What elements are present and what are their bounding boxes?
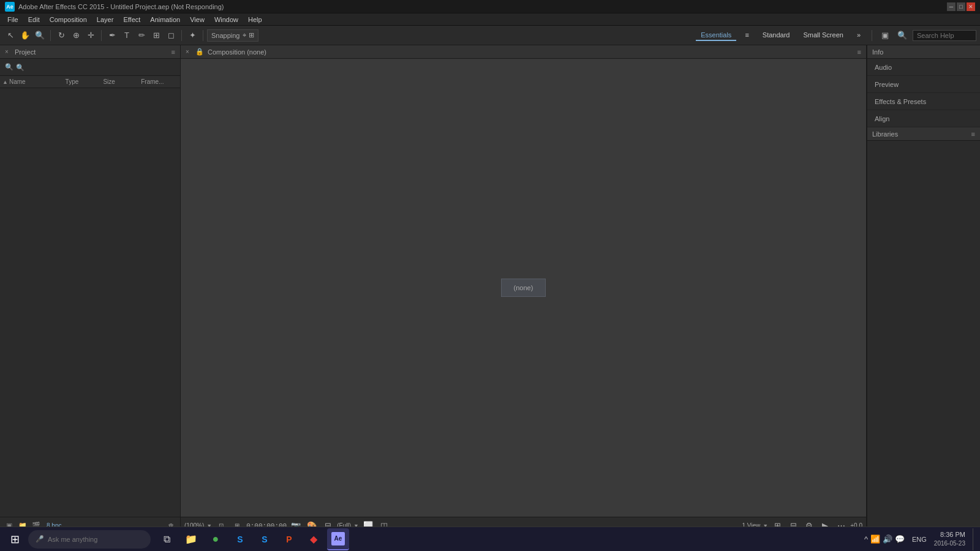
align-panel-item[interactable]: Align (867, 110, 980, 127)
libraries-menu[interactable]: ≡ (971, 130, 975, 138)
workspace-small-screen[interactable]: Small Screen (798, 30, 848, 41)
taskbar-powerpoint[interactable]: P (278, 528, 300, 550)
comp-close-icon[interactable]: × (186, 49, 192, 55)
menu-file[interactable]: File (2, 15, 23, 24)
tool-separator-2 (101, 30, 102, 41)
eraser-tool[interactable]: ◻ (164, 29, 178, 42)
language-indicator[interactable]: ENG (912, 536, 927, 543)
sort-icon: ▲ (2, 79, 8, 85)
pen-tool[interactable]: ✒ (105, 29, 119, 42)
comp-panel-menu[interactable]: ≡ (858, 48, 861, 56)
taskbar-skype2[interactable]: S (254, 528, 276, 550)
start-button[interactable]: ⊞ (4, 528, 26, 550)
app-icon: Ae (5, 2, 15, 12)
puppet-tool[interactable]: ✦ (186, 29, 199, 42)
taskbar-after-effects[interactable]: Ae (327, 528, 349, 550)
taskbar-right: ^ 📶 🔊 💬 ENG 8:36 PM 2016-05-23 (861, 528, 976, 550)
tray-notification-icon[interactable]: 💬 (895, 534, 905, 544)
close-button[interactable]: ✕ (967, 2, 975, 11)
info-panel-header: Info (867, 45, 980, 59)
composition-panel: × 🔒 Composition (none) ≡ (none) (100%) ▼… (181, 45, 867, 534)
composition-viewer[interactable]: (none) (181, 59, 866, 517)
menu-composition[interactable]: Composition (45, 15, 92, 24)
effects-presets-label: Effects & Presets (875, 98, 926, 105)
ae-logo-icon: Ae (331, 532, 345, 545)
libraries-title: Libraries (872, 130, 971, 138)
screen-mode-btn[interactable]: ▣ (878, 29, 892, 42)
menu-view[interactable]: View (185, 15, 209, 24)
project-search-input[interactable] (16, 64, 175, 71)
menu-help[interactable]: Help (243, 15, 267, 24)
search-icon-btn[interactable]: 🔍 (895, 29, 909, 42)
menu-window[interactable]: Window (209, 15, 243, 24)
tray-volume-icon[interactable]: 🔊 (883, 534, 892, 544)
taskbar-task-view[interactable]: ⧉ (156, 528, 178, 550)
menu-animation[interactable]: Animation (145, 15, 185, 24)
clock-time: 8:36 PM (934, 530, 965, 539)
start-icon: ⊞ (10, 533, 20, 546)
taskbar-chrome[interactable]: ● (205, 528, 227, 550)
maximize-button[interactable]: □ (957, 2, 965, 11)
comp-panel-title: Composition (none) (208, 48, 854, 56)
align-label: Align (875, 115, 889, 122)
project-close-icon[interactable]: × (5, 49, 11, 55)
taskbar-search-box[interactable]: 🎤 (28, 530, 151, 549)
show-desktop-btn[interactable] (973, 528, 976, 550)
help-search-box[interactable] (913, 30, 976, 41)
snapping-expand: ⊞ (249, 31, 254, 39)
workspace-btn-1[interactable]: ≡ (740, 30, 753, 41)
project-panel-title: Project (15, 48, 168, 56)
chrome-icon: ● (213, 533, 219, 545)
window-title: Adobe After Effects CC 2015 - Untitled P… (18, 3, 947, 10)
effects-presets-panel-item[interactable]: Effects & Presets (867, 93, 980, 110)
selection-tool[interactable]: ↖ (4, 29, 17, 42)
main-layout: × Project ≡ 🔍 ▲ Name Type Size Frame... … (0, 45, 980, 534)
hand-tool[interactable]: ✋ (18, 29, 32, 42)
workspace-standard[interactable]: Standard (758, 30, 795, 41)
anchor-tool[interactable]: ⊕ (69, 29, 83, 42)
tool-separator-3 (181, 30, 182, 41)
snapping-toggle[interactable]: Snapping ⌖ ⊞ (207, 29, 258, 42)
help-search-input[interactable] (917, 32, 972, 39)
zoom-tool[interactable]: 🔍 (33, 29, 47, 42)
brush-tool[interactable]: ✏ (135, 29, 148, 42)
taskbar-unknown-red[interactable]: ◆ (303, 528, 325, 550)
composition-header: × 🔒 Composition (none) ≡ (181, 45, 866, 59)
unknown-app-icon: ◆ (310, 533, 317, 545)
col-name: Name (9, 78, 64, 85)
position-tool[interactable]: ✛ (84, 29, 97, 42)
project-panel-header: × Project ≡ (0, 45, 180, 59)
workspace-essentials[interactable]: Essentials (696, 30, 736, 41)
minimize-button[interactable]: ─ (947, 2, 956, 11)
menu-bar: File Edit Composition Layer Effect Anima… (0, 13, 980, 26)
explorer-icon: 📁 (185, 533, 197, 545)
preview-panel-item[interactable]: Preview (867, 76, 980, 93)
clone-stamp-tool[interactable]: ⊞ (149, 29, 163, 42)
window-controls: ─ □ ✕ (947, 2, 975, 11)
taskbar-explorer[interactable]: 📁 (180, 528, 202, 550)
title-bar: Ae Adobe After Effects CC 2015 - Untitle… (0, 0, 980, 13)
menu-layer[interactable]: Layer (92, 15, 119, 24)
rotation-tool[interactable]: ↻ (55, 29, 68, 42)
col-type: Type (66, 78, 102, 85)
taskbar-search-input[interactable] (48, 536, 127, 543)
tray-chevron[interactable]: ^ (864, 534, 868, 544)
project-panel-menu[interactable]: ≡ (172, 48, 175, 56)
col-frame: Frame... (141, 78, 178, 85)
menu-edit[interactable]: Edit (23, 15, 45, 24)
menu-effect[interactable]: Effect (118, 15, 145, 24)
col-size: Size (103, 78, 140, 85)
tray-network-icon[interactable]: 📶 (870, 534, 880, 544)
audio-panel-item[interactable]: Audio (867, 59, 980, 76)
comp-placeholder-text: (none) (501, 279, 546, 297)
toolbar: ↖ ✋ 🔍 ↻ ⊕ ✛ ✒ T ✏ ⊞ ◻ ✦ Snapping ⌖ ⊞ Ess… (0, 26, 980, 45)
workspace-expand[interactable]: » (852, 30, 865, 41)
tool-separator-1 (50, 30, 51, 41)
snapping-label: Snapping (211, 32, 240, 39)
taskbar-skype1[interactable]: S (229, 528, 251, 550)
text-tool[interactable]: T (120, 29, 134, 42)
snapping-icon: ⌖ (243, 31, 246, 39)
project-column-header: ▲ Name Type Size Frame... (0, 76, 180, 88)
project-search-icon: 🔍 (5, 63, 13, 71)
system-clock[interactable]: 8:36 PM 2016-05-23 (930, 530, 969, 548)
